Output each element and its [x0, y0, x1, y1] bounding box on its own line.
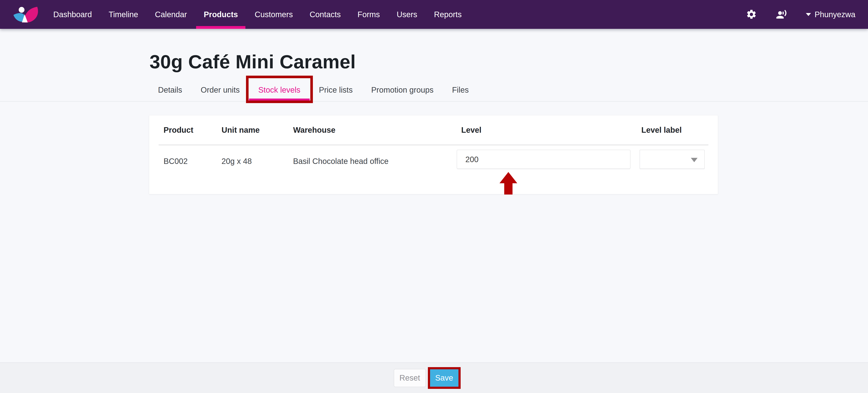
nav-item-customers[interactable]: Customers: [255, 0, 293, 29]
nav-item-calendar[interactable]: Calendar: [155, 0, 187, 29]
tab-promotion-groups[interactable]: Promotion groups: [362, 79, 443, 101]
product-tabs: Details Order units Stock levels Price l…: [0, 79, 868, 102]
tab-files[interactable]: Files: [443, 79, 478, 101]
arrow-shaft: [504, 183, 513, 195]
nav-item-contacts[interactable]: Contacts: [310, 0, 341, 29]
arrow-head: [499, 172, 517, 183]
column-header-warehouse: Warehouse: [293, 125, 457, 135]
reset-button[interactable]: Reset: [394, 369, 426, 387]
voice-chat-icon[interactable]: [776, 9, 787, 20]
stock-levels-table: Product Unit name Warehouse Level Level …: [149, 115, 718, 169]
app-logo-icon[interactable]: [11, 3, 42, 26]
column-header-unit-name: Unit name: [221, 125, 293, 135]
tab-label: Details: [158, 85, 182, 94]
dropdown-arrow-icon: [691, 158, 698, 162]
save-button[interactable]: Save: [430, 369, 459, 387]
column-header-level-label: Level label: [636, 125, 699, 135]
tab-label: Promotion groups: [371, 85, 434, 94]
nav-item-users[interactable]: Users: [397, 0, 417, 29]
table-row: BC002 20g x 48 Basil Chocolate head offi…: [159, 145, 708, 169]
tab-order-units[interactable]: Order units: [191, 79, 249, 101]
stock-levels-card: Product Unit name Warehouse Level Level …: [149, 115, 718, 194]
table-header-row: Product Unit name Warehouse Level Level …: [159, 115, 708, 145]
page-title: 30g Café Mini Caramel: [150, 52, 868, 71]
action-footer: Reset Save: [0, 362, 868, 393]
level-label-select[interactable]: [640, 150, 705, 169]
main-navigation: Dashboard Timeline Calendar Products Cus…: [53, 0, 462, 29]
chevron-down-icon: [806, 13, 811, 16]
cell-unit-name: 20g x 48: [221, 150, 293, 166]
annotation-arrow-up: [499, 172, 517, 195]
tab-details[interactable]: Details: [149, 79, 191, 101]
nav-item-reports[interactable]: Reports: [434, 0, 462, 29]
settings-icon[interactable]: [746, 9, 757, 20]
nav-item-timeline[interactable]: Timeline: [109, 0, 138, 29]
annotation-highlight-box-save: Save: [428, 367, 461, 389]
nav-item-products[interactable]: Products: [204, 0, 238, 29]
level-input[interactable]: [457, 150, 630, 169]
user-name: Phunyezwa: [814, 10, 856, 19]
tab-label: Stock levels: [258, 85, 300, 94]
tab-label: Files: [452, 85, 468, 94]
navbar-right-controls: Phunyezwa: [746, 9, 856, 20]
top-navbar: Dashboard Timeline Calendar Products Cus…: [0, 0, 868, 29]
nav-item-forms[interactable]: Forms: [358, 0, 380, 29]
column-header-level: Level: [457, 125, 636, 135]
cell-warehouse: Basil Chocolate head office: [293, 150, 457, 166]
nav-item-dashboard[interactable]: Dashboard: [53, 0, 92, 29]
tab-label: Price lists: [319, 85, 353, 94]
tab-stock-levels[interactable]: Stock levels: [249, 79, 310, 101]
active-tab-underline: [249, 99, 310, 101]
user-menu[interactable]: Phunyezwa: [806, 10, 856, 19]
main-content: 30g Café Mini Caramel Details Order unit…: [0, 29, 868, 194]
column-header-product: Product: [163, 125, 221, 135]
tab-price-lists[interactable]: Price lists: [310, 79, 362, 101]
cell-product: BC002: [163, 150, 221, 166]
tab-label: Order units: [200, 85, 240, 94]
